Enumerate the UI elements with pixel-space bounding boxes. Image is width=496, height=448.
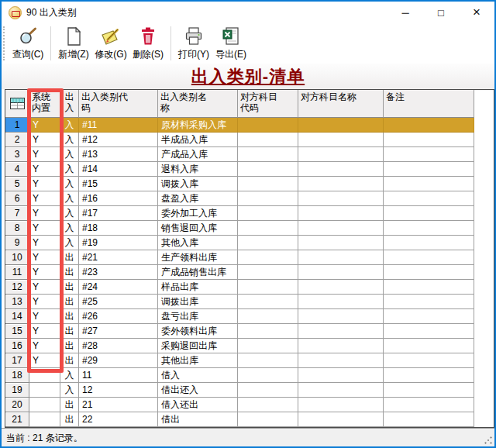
cell-direction: 入 xyxy=(60,118,79,133)
row-number-cell[interactable]: 18 xyxy=(5,368,29,383)
maximize-button[interactable]: □ xyxy=(423,2,459,23)
table-row[interactable]: 3Y入#13产成品入库 xyxy=(5,147,494,162)
cell-builtin: Y xyxy=(29,324,60,339)
print-button[interactable]: 打印(Y) xyxy=(175,25,212,62)
cell-code: 21 xyxy=(79,398,158,412)
cell-code: #15 xyxy=(79,177,158,191)
cell-builtin: Y xyxy=(29,191,60,206)
table-row[interactable]: 4Y入#14退料入库 xyxy=(5,162,494,177)
cell-acct-code xyxy=(238,118,298,133)
table-row[interactable]: 11Y出#23产成品销售出库 xyxy=(5,265,494,280)
cell-note xyxy=(384,368,474,383)
table-icon xyxy=(10,98,25,109)
trash-icon xyxy=(138,26,158,47)
cell-name: 生产领料出库 xyxy=(158,250,238,265)
cell-name: 产成品销售出库 xyxy=(158,265,238,280)
row-number-cell[interactable]: 15 xyxy=(5,324,29,339)
select-all-corner[interactable] xyxy=(5,90,29,118)
table-row[interactable]: 2Y入#12半成品入库 xyxy=(5,133,494,147)
cell-builtin: Y xyxy=(29,309,60,324)
add-button[interactable]: 新增(Z) xyxy=(55,25,92,62)
cell-builtin: Y xyxy=(29,133,60,147)
table-row[interactable]: 9Y入#19其他入库 xyxy=(5,236,494,250)
modify-button[interactable]: 修改(G) xyxy=(92,25,129,62)
cell-code: 11 xyxy=(79,368,158,383)
export-button[interactable]: 导出(E) xyxy=(212,25,250,62)
row-number-cell[interactable]: 13 xyxy=(5,295,29,309)
table-row[interactable]: 14Y出#26盘亏出库 xyxy=(5,309,494,324)
toolbar-grip[interactable] xyxy=(3,26,6,60)
column-header-acct-name[interactable]: 对方科目名称 xyxy=(298,90,384,118)
cell-code: #13 xyxy=(79,147,158,162)
column-header-code[interactable]: 出入类别代 码 xyxy=(79,90,158,118)
cell-acct-name xyxy=(298,280,384,295)
column-header-note[interactable]: 备注 xyxy=(384,90,474,118)
resize-grip[interactable] xyxy=(484,436,492,444)
cell-acct-code xyxy=(238,250,298,265)
table-row[interactable]: 16Y出#28采购退回出库 xyxy=(5,339,494,353)
cell-code: 12 xyxy=(79,383,158,398)
cell-acct-name xyxy=(298,147,384,162)
minimize-button[interactable]: ─ xyxy=(388,2,423,23)
row-number-cell[interactable]: 8 xyxy=(5,221,29,236)
query-button[interactable]: 查询(C) xyxy=(9,25,46,62)
table-row[interactable]: 10Y出#21生产领料出库 xyxy=(5,250,494,265)
row-number-cell[interactable]: 17 xyxy=(5,353,29,368)
column-header-name[interactable]: 出入类别名 称 xyxy=(158,90,238,118)
column-header-acct-code[interactable]: 对方科目 代码 xyxy=(238,90,298,118)
table-row[interactable]: 6Y入#16盘盈入库 xyxy=(5,191,494,206)
cell-code: #28 xyxy=(79,339,158,353)
row-number-cell[interactable]: 7 xyxy=(5,206,29,221)
table-row[interactable]: 8Y入#18销售退回入库 xyxy=(5,221,494,236)
table-row[interactable]: 12Y出#24样品出库 xyxy=(5,280,494,295)
cell-name: 调拨入库 xyxy=(158,177,238,191)
cell-acct-code xyxy=(238,295,298,309)
cell-builtin xyxy=(29,412,60,427)
row-number-cell[interactable]: 4 xyxy=(5,162,29,177)
table-row[interactable]: 1Y入#11原材料采购入库 xyxy=(5,118,494,133)
window-title: 90 出入类别 xyxy=(26,6,77,19)
table-row[interactable]: 13Y出#25调拨出库 xyxy=(5,295,494,309)
row-number-cell[interactable]: 12 xyxy=(5,280,29,295)
cell-direction: 出 xyxy=(60,353,79,368)
delete-button[interactable]: 删除(S) xyxy=(129,25,167,62)
table-row[interactable]: 19入12借出还入 xyxy=(5,383,494,398)
row-number-cell[interactable]: 19 xyxy=(5,383,29,398)
table-row[interactable]: 18入11借入 xyxy=(5,368,494,383)
table-row[interactable]: 21出22借出 xyxy=(5,412,494,427)
row-number-cell[interactable]: 3 xyxy=(5,147,29,162)
row-number-cell[interactable]: 21 xyxy=(5,412,29,427)
cell-name: 委外领料出库 xyxy=(158,324,238,339)
table-row[interactable]: 17Y出#29其他出库 xyxy=(5,353,494,368)
row-number-cell[interactable]: 1 xyxy=(5,118,29,133)
cell-acct-code xyxy=(238,133,298,147)
cell-code: #11 xyxy=(79,118,158,133)
row-number-cell[interactable]: 20 xyxy=(5,398,29,412)
cell-code: #21 xyxy=(79,250,158,265)
cell-direction: 出 xyxy=(60,398,79,412)
cell-name: 其他入库 xyxy=(158,236,238,250)
row-number-cell[interactable]: 14 xyxy=(5,309,29,324)
row-number-cell[interactable]: 6 xyxy=(5,191,29,206)
table-row[interactable]: 7Y入#17委外加工入库 xyxy=(5,206,494,221)
row-number-cell[interactable]: 5 xyxy=(5,177,29,191)
table-row[interactable]: 5Y入#15调拨入库 xyxy=(5,177,494,191)
cell-acct-name xyxy=(298,162,384,177)
column-header-direction[interactable]: 出 入 xyxy=(60,90,79,118)
row-number-cell[interactable]: 11 xyxy=(5,265,29,280)
cell-acct-name xyxy=(298,383,384,398)
row-number-cell[interactable]: 10 xyxy=(5,250,29,265)
column-header-builtin[interactable]: 系统 内置 xyxy=(29,90,60,118)
cell-note xyxy=(384,191,474,206)
row-number-cell[interactable]: 2 xyxy=(5,133,29,147)
row-number-cell[interactable]: 16 xyxy=(5,339,29,353)
toolbar: 查询(C) 新增(Z) 修改(G) xyxy=(2,23,494,64)
table-row[interactable]: 20出21借入还出 xyxy=(5,398,494,412)
table-row[interactable]: 15Y出#27委外领料出库 xyxy=(5,324,494,339)
cell-builtin: Y xyxy=(29,236,60,250)
cell-direction: 入 xyxy=(60,133,79,147)
status-bar: 当前 : 21 条记录。 xyxy=(2,428,494,448)
cell-note xyxy=(384,162,474,177)
close-button[interactable]: × xyxy=(459,2,494,23)
row-number-cell[interactable]: 9 xyxy=(5,236,29,250)
